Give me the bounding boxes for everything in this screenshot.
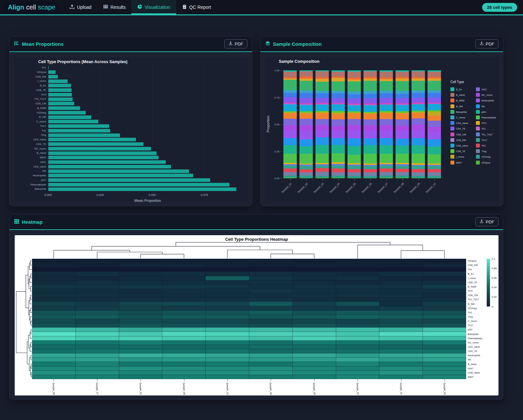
download-icon [228, 41, 233, 46]
heatmap-cell [206, 267, 249, 271]
heatmap-cell [76, 289, 119, 293]
tab-visualization[interactable]: Visualization [131, 0, 176, 14]
bar-segment [363, 154, 377, 164]
bar-segment [412, 169, 425, 172]
heatmap-cell [119, 375, 162, 379]
bar [48, 151, 157, 155]
heatmap-cell [76, 366, 119, 371]
heatmap-cell [379, 345, 423, 349]
colorbar-tick-label: 0.1 [492, 257, 495, 260]
bar-segment [380, 81, 393, 91]
x-tick-label: 0.075 [198, 193, 211, 197]
legend-item: Th17 [476, 138, 501, 143]
legend-swatch [450, 121, 454, 125]
bar-segment [283, 113, 297, 119]
heatmap-cell [32, 289, 76, 293]
bar-segment [299, 178, 313, 178]
heatmap-row-label: Treg [468, 315, 473, 318]
bar-segment [363, 105, 377, 112]
heatmap-cell [423, 353, 466, 358]
heatmap-cell [293, 306, 336, 310]
bar-segment [347, 81, 361, 92]
bar-segment [396, 166, 409, 169]
tab-qc-report[interactable]: QC Report [176, 0, 217, 14]
tab-upload[interactable]: Upload [64, 0, 97, 14]
bar-segment [380, 138, 393, 145]
x-tick-label: 0.000 [42, 193, 55, 197]
heatmap-cell [32, 259, 76, 263]
heatmap-cell [32, 310, 76, 315]
bar [48, 88, 72, 92]
legend-label: Basophils [456, 111, 467, 114]
heatmap-cell [293, 285, 336, 289]
bar-segment [428, 97, 441, 102]
heatmap-cell [162, 323, 206, 327]
heatmap-cell [162, 285, 206, 289]
bar-segment [396, 126, 409, 131]
heatmap-cell [336, 358, 380, 362]
heatmap-cell [119, 349, 162, 353]
bar-category-label: CD8_EM [15, 75, 46, 78]
heatmap-cell [336, 306, 380, 310]
heatmap-cell [206, 336, 249, 341]
bar-segment [428, 104, 441, 110]
heatmap-cell [206, 306, 249, 310]
legend-swatch [450, 138, 454, 142]
bar-segment [396, 72, 409, 77]
heatmap-cell [379, 358, 423, 362]
bar-segment [396, 131, 409, 139]
legend-item: C_mono [450, 115, 476, 120]
stacked-bar [380, 70, 393, 178]
heatmap-cell [119, 323, 162, 327]
dendrogram-link [30, 261, 32, 265]
y-tick-label: 0.75 [269, 96, 279, 99]
bar-segment [428, 121, 441, 127]
bar-category-label: B_naive [15, 151, 46, 154]
bar-category-label: Neutrophils [15, 174, 46, 177]
heatmap-cell [162, 353, 206, 358]
stacked-bar [299, 70, 313, 178]
heatmap-cell [162, 271, 206, 276]
bar-segment [283, 90, 297, 93]
heatmap-cell [249, 271, 293, 276]
legend-item: CD8_naive [450, 144, 476, 148]
heatmap-cell [162, 319, 206, 323]
bar-category-label: mDC [15, 161, 46, 164]
legend-label: CD4_naive [456, 122, 468, 125]
bar-segment [299, 114, 313, 119]
x-tick-label: 0.025 [93, 193, 107, 197]
heatmap-cell [32, 280, 76, 285]
x-tick-mark [338, 179, 339, 181]
bar-category-label: C_mono [15, 120, 46, 123]
sample-composition-title: Sample Composition [265, 41, 322, 47]
heatmap-cell [206, 259, 249, 263]
bar-segment [428, 172, 441, 176]
heatmap-cell [162, 371, 206, 375]
heatmap-cell [162, 259, 206, 263]
bar-segment [380, 91, 393, 93]
mean-pdf-button[interactable]: PDF [224, 39, 247, 48]
heatmap-col-label: Sample_09 [312, 382, 316, 395]
heatmap-row-label: CD8_EM [468, 264, 478, 267]
heatmap-cell [293, 341, 336, 345]
dendrogram-link [28, 335, 30, 348]
heatmap-pdf-button[interactable]: PDF [475, 217, 498, 226]
composition-pdf-button[interactable]: PDF [475, 39, 498, 48]
bar-segment [347, 94, 361, 98]
bar-segment [331, 98, 345, 103]
heatmap-cell [32, 285, 76, 289]
heatmap-cell [162, 302, 206, 306]
heatmap-cell [162, 375, 206, 379]
heatmap-cell [423, 276, 466, 280]
heatmap-cell [76, 285, 119, 289]
tab-results[interactable]: Results [97, 0, 132, 14]
legend-swatch [450, 104, 454, 108]
bar-category-label: TFH [15, 93, 46, 96]
legend-item: Th1_Th17 [476, 132, 501, 137]
bar-segment [396, 172, 409, 176]
bar-segment [396, 81, 409, 91]
legend-item: Th2 [476, 144, 501, 148]
dendrogram-link [30, 317, 32, 323]
heatmap-cell [423, 280, 466, 285]
bar-segment [428, 81, 441, 90]
